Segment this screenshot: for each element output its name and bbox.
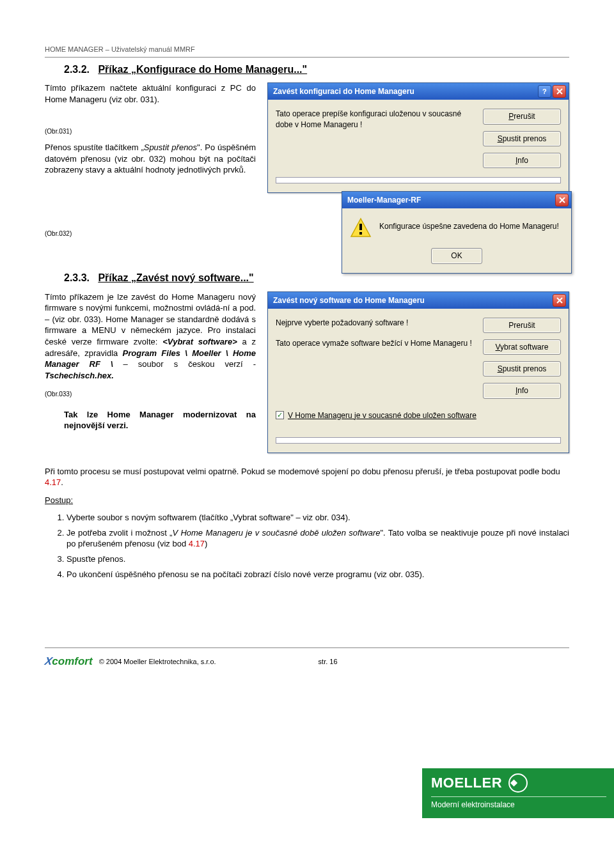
progress-bar: [276, 437, 561, 444]
close-button[interactable]: [553, 85, 566, 98]
copyright: © 2004 Moeller Elektrotechnika, s.r.o.: [99, 657, 216, 667]
dialog-load-software: Zavést nový software do Home Manageru Ne…: [267, 291, 569, 453]
cancel-button[interactable]: Prerušit: [483, 109, 561, 124]
ok-button[interactable]: OK: [431, 248, 482, 263]
fig-032-caption: (Obr.032): [45, 229, 256, 238]
svg-rect-2: [359, 224, 362, 230]
moeller-subtitle: Moderní elektroinstalace: [431, 796, 606, 810]
s1-p2: Přenos spustíte tlačítkem „Spustit přeno…: [45, 142, 256, 176]
step-2: Je potřeba zvolit i možnost „V Home Mana…: [67, 527, 569, 550]
fig-033-caption: (Obr.033): [45, 390, 256, 399]
s2-p1: Tímto příkazem je lze zavést do Home Man…: [45, 291, 256, 381]
svg-text:?: ?: [542, 88, 547, 95]
step-4: Po ukončení úspěšného přenosu se na počí…: [67, 569, 569, 580]
dialog-title: Moeller-Manager-RF: [347, 195, 554, 205]
section-num: 2.3.2.: [64, 64, 90, 75]
procedure-list: Vyberte soubor s novým softwarem (tlačít…: [67, 512, 569, 580]
dialog-load-config: Zavést konfiguraci do Home Manageru ? Ta…: [267, 82, 569, 193]
dialog-title: Zavést nový software do Home Manageru: [273, 295, 551, 306]
select-software-button[interactable]: Vybrat software: [483, 339, 561, 355]
dialog-msg2: Tato operace vymaže software bežící v Ho…: [276, 338, 476, 348]
start-transfer-button[interactable]: Spustit prenos: [483, 361, 561, 376]
page-footer: Xcomfort © 2004 Moeller Elektrotechnika,…: [45, 647, 569, 676]
info-button[interactable]: Info: [483, 153, 561, 168]
help-button[interactable]: ?: [538, 85, 551, 98]
warning-icon: [350, 217, 372, 239]
postup-heading: Postup:: [45, 495, 569, 506]
section-num: 2.3.3.: [64, 272, 90, 283]
dialog-message: Tato operace prepíše konfiguraci uloženo…: [276, 109, 476, 168]
progress-bar: [276, 177, 561, 183]
success-message: Konfigurace úspešne zavedena do Home Man…: [379, 217, 559, 231]
moeller-banner: MOELLER Moderní elektroinstalace: [422, 768, 614, 818]
checkbox-label: V Home Manageru je v soucasné dobe ulože…: [288, 410, 476, 421]
s2-p3: Při tomto procesu se musí postupovat vel…: [45, 466, 569, 488]
section-title: Příkaz „Zavést nový software...": [98, 272, 253, 283]
s2-p2: Tak lze Home Manager modernizovat na nej…: [45, 409, 256, 431]
close-button[interactable]: [553, 294, 566, 307]
start-transfer-button[interactable]: Spustit prenos: [483, 131, 561, 146]
header-rule: [45, 57, 569, 58]
s1-p1: Tímto příkazem načtete aktuální konfigur…: [45, 82, 256, 105]
cancel-button[interactable]: Prerušit: [483, 318, 561, 333]
svg-rect-3: [359, 232, 362, 235]
dialog-success: Moeller-Manager-RF Konfigurace úspešne z…: [342, 191, 572, 273]
software-loaded-checkbox[interactable]: [276, 411, 284, 419]
dialog-title: Zavést konfiguraci do Home Manageru: [273, 86, 537, 97]
moeller-logo-text: MOELLER: [431, 773, 502, 793]
fig-031-caption: (Obr.031): [45, 127, 256, 136]
xcomfort-logo: Xcomfort: [45, 655, 93, 669]
page-header: HOME MANAGER – Uživatelský manuál MMRF: [45, 45, 569, 54]
section-title: Příkaz „Konfigurace do Home Manageru...": [98, 64, 307, 75]
step-3: Spusťte přenos.: [67, 554, 569, 565]
section-232-heading: 2.3.2. Příkaz „Konfigurace do Home Manag…: [64, 63, 569, 77]
page-number: str. 16: [319, 657, 338, 667]
dialog-msg1: Nejprve vyberte požadovaný software !: [276, 318, 476, 328]
moeller-logo-icon: [508, 773, 528, 793]
step-1: Vyberte soubor s novým softwarem (tlačít…: [67, 512, 569, 523]
info-button[interactable]: Info: [483, 383, 561, 398]
close-button[interactable]: [555, 194, 569, 206]
